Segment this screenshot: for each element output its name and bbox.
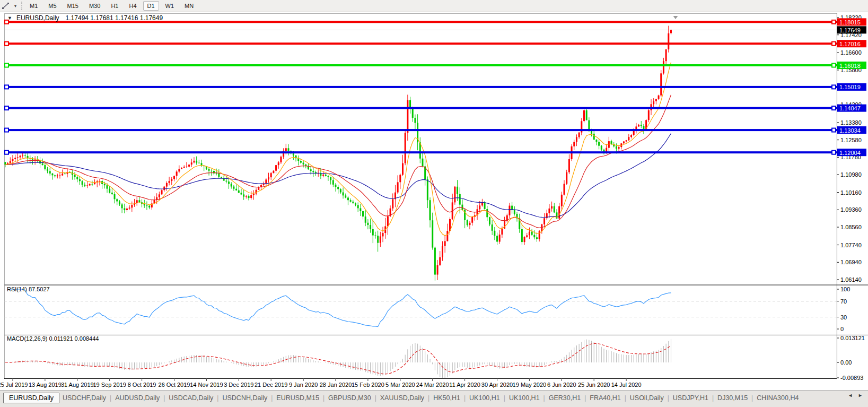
timeframe-button-m15[interactable]: M15 (63, 1, 83, 11)
timeframe-toolbar: ▾ M1M5M15M30H1H4D1W1MN (0, 0, 868, 12)
macd-axis-tick-label: 0.013121 (840, 335, 865, 341)
tab-scroll-arrows: ◄ ► (846, 391, 868, 398)
svg-text:1.17649: 1.17649 (839, 27, 861, 33)
price-badge-1.17649: 1.17649 (837, 26, 866, 33)
macd-axis-tick-label: 0.00 (840, 359, 852, 366)
svg-text:1.15019: 1.15019 (839, 84, 861, 90)
line-tool-glyph (2, 2, 10, 10)
timeframe-button-h4[interactable]: H4 (125, 1, 141, 11)
date-axis-label: 25 Jul 2019 (0, 382, 28, 388)
line-handle (832, 128, 836, 132)
date-axis-label: 26 Oct 2019 (159, 382, 190, 388)
price-axis-tick-label: 1.10160 (840, 189, 862, 196)
date-axis-label: 5 Mar 2020 (385, 382, 415, 388)
collapse-triangle-icon[interactable]: ▼ (7, 15, 12, 21)
chart-tab-audusd-daily[interactable]: AUDUSD,Daily (112, 393, 163, 403)
date-axis-label: 30 Apr 2020 (481, 382, 513, 388)
timeframe-button-m1[interactable]: M1 (25, 1, 42, 11)
line-handle (5, 85, 8, 89)
chart-tab-usdjpy-h1[interactable]: USDJPY,H1 (670, 393, 712, 403)
line-handle (832, 106, 836, 110)
chart-tab-ger30-h1[interactable]: GER30,H1 (546, 393, 584, 403)
chart-tab-usdchf-daily[interactable]: USDCHF,Daily (59, 393, 109, 403)
toolbar-grip (21, 2, 22, 10)
line-handle (832, 20, 836, 24)
tab-strip: EURUSD,DailyUSDCHF,Daily|AUDUSD,Daily|US… (0, 392, 846, 404)
date-axis-label: 3 Dec 2019 (224, 382, 253, 388)
date-axis-label: 8 Oct 2019 (128, 382, 156, 388)
price-badge-1.13034: 1.13034 (837, 126, 866, 134)
date-axis-label: 15 Feb 2020 (352, 382, 384, 388)
price-badge-1.17016: 1.17016 (837, 40, 866, 47)
price-axis-tick-label: 1.06940 (840, 259, 862, 265)
timeframe-button-w1[interactable]: W1 (161, 1, 179, 11)
line-handle (832, 151, 836, 154)
trading-app-window: ▾ M1M5M15M30H1H4D1W1MN 1.182201.174201.1… (0, 0, 868, 407)
line-handle (832, 42, 836, 46)
chart-plot-area[interactable]: 1.182201.174201.166001.158001.150001.142… (0, 0, 868, 390)
chart-tab-uk100-h1[interactable]: UK100,H1 (466, 393, 503, 403)
price-badge-1.12004: 1.12004 (837, 149, 866, 156)
chart-tab-usdcnh-daily[interactable]: USDCNH,Daily (219, 393, 270, 403)
chart-symbol-title: EURUSD,Daily (16, 14, 59, 22)
timeframe-button-m30[interactable]: M30 (85, 1, 104, 11)
chart-tab-dj30-m15[interactable]: DJ30,M15 (714, 393, 751, 403)
rsi-axis-tick-label: 100 (840, 286, 850, 292)
chart-tab-hk50-h1[interactable]: HK50,H1 (430, 393, 463, 403)
date-axis-label: 6 Jun 2020 (547, 382, 576, 388)
line-handle (5, 42, 8, 46)
price-badge-1.15019: 1.15019 (837, 83, 866, 91)
date-axis-label: 9 Jan 2020 (289, 382, 318, 388)
chart-tab-eurusd-m15[interactable]: EURUSD,M15 (273, 393, 322, 403)
chart-tab-china300-h4[interactable]: CHINA300,H4 (753, 393, 802, 403)
date-axis-label: 19 Sep 2019 (93, 382, 126, 388)
date-axis-label: 21 Dec 2019 (255, 382, 287, 388)
price-axis-tick-label: 1.16600 (840, 49, 862, 56)
line-handle (5, 106, 8, 110)
price-axis-tick-label: 1.06140 (840, 276, 862, 283)
date-axis-label: 11 Apr 2020 (449, 382, 480, 388)
chart-tab-uk100-h1[interactable]: UK100,H1 (506, 393, 543, 403)
line-handle (5, 128, 8, 132)
price-axis-tick-label: 1.07740 (840, 242, 862, 248)
rsi-axis-tick-label: 30 (840, 314, 847, 321)
chart-window-title: ▼ EURUSD,Daily 1.17494 1.17681 1.17416 1… (7, 14, 163, 22)
timeframe-button-h1[interactable]: H1 (107, 1, 122, 11)
price-badge-1.16018: 1.16018 (837, 62, 866, 69)
tab-scroll-right-icon[interactable]: ► (858, 393, 863, 398)
dropdown-caret-icon[interactable]: ▾ (12, 4, 19, 8)
svg-text:1.13034: 1.13034 (839, 127, 861, 134)
date-axis-label: 19 May 2020 (513, 382, 547, 388)
tab-scroll-left-icon[interactable]: ◄ (848, 393, 853, 398)
price-badge-1.18015: 1.18015 (837, 18, 866, 25)
date-axis-label: 14 Nov 2019 (190, 382, 223, 388)
chart-tab-eurusd-daily[interactable]: EURUSD,Daily (3, 393, 59, 403)
chart-ohlc-values: 1.17494 1.17681 1.17416 1.17649 (66, 14, 163, 22)
line-handle (832, 85, 836, 89)
chart-tab-xauusd-daily[interactable]: XAUUSD,Daily (377, 393, 427, 403)
rsi-axis-tick-label: 0 (840, 326, 844, 332)
chart-tab-usdcad-daily[interactable]: USDCAD,Daily (165, 393, 216, 403)
svg-text:1.18015: 1.18015 (839, 19, 861, 25)
svg-text:1.17016: 1.17016 (839, 41, 861, 47)
chart-tab-fra40-h1[interactable]: FRA40,H1 (586, 393, 624, 403)
chart-tab-gbpusd-m30[interactable]: GBPUSD,M30 (325, 393, 374, 403)
svg-text:1.12004: 1.12004 (839, 150, 861, 156)
timeframe-button-mn[interactable]: MN (180, 1, 198, 11)
svg-text:1.14047: 1.14047 (839, 105, 861, 111)
line-handle (5, 151, 8, 154)
line-handle (5, 64, 8, 67)
price-axis-tick-label: 1.08560 (840, 224, 862, 230)
date-axis-label: 28 Jan 2020 (320, 382, 352, 388)
chart-tab-usoil-daily[interactable]: USOil,Daily (627, 393, 667, 403)
timeframe-buttons: M1M5M15M30H1H4D1W1MN (25, 1, 200, 11)
date-axis-label: 25 Jun 2020 (578, 382, 610, 388)
macd-axis-tick-label: -0.00893 (840, 375, 863, 381)
timeframe-button-m5[interactable]: M5 (44, 1, 60, 11)
date-axis-label: 14 Jul 2020 (611, 382, 642, 388)
svg-text:1.16018: 1.16018 (839, 63, 861, 69)
line-tool-icon[interactable] (0, 1, 12, 11)
line-handle (832, 64, 836, 67)
price-axis-tick-label: 1.09360 (840, 206, 862, 213)
timeframe-button-d1[interactable]: D1 (143, 1, 159, 11)
